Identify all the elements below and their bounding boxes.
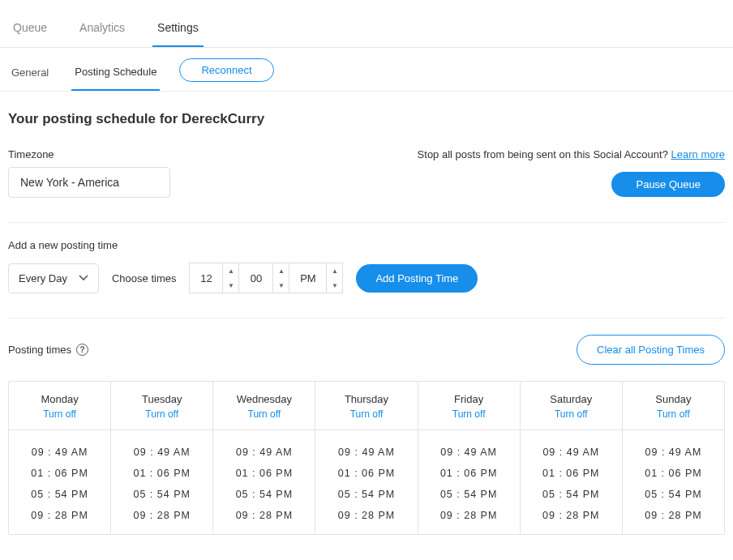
time-slot[interactable]: 05 : 54 PM — [422, 484, 517, 505]
choose-times-label: Choose times — [112, 272, 176, 284]
chevron-up-icon[interactable]: ▲ — [327, 263, 342, 278]
time-slot[interactable]: 01 : 06 PM — [114, 463, 209, 484]
time-slot[interactable]: 05 : 54 PM — [12, 484, 107, 505]
learn-more-link[interactable]: Learn more — [671, 148, 725, 160]
time-slot[interactable]: 01 : 06 PM — [319, 463, 414, 484]
chevron-up-icon[interactable]: ▲ — [273, 263, 289, 278]
time-slot[interactable]: 01 : 06 PM — [524, 463, 619, 484]
subtab-posting-schedule[interactable]: Posting Schedule — [71, 58, 160, 91]
time-slot[interactable]: 09 : 49 AM — [524, 442, 619, 463]
time-slot[interactable]: 09 : 49 AM — [626, 442, 721, 463]
time-slot[interactable]: 05 : 54 PM — [114, 484, 209, 505]
time-slot[interactable]: 09 : 28 PM — [216, 505, 311, 526]
posting-times-table: Monday Turn off 09 : 49 AM 01 : 06 PM 05… — [8, 381, 725, 535]
day-name: Tuesday — [114, 393, 209, 405]
time-slot[interactable]: 09 : 49 AM — [216, 442, 311, 463]
day-column: Thursday Turn off 09 : 49 AM 01 : 06 PM … — [315, 382, 418, 534]
stop-posts-message: Stop all posts from being sent on this S… — [418, 148, 725, 160]
time-slot[interactable]: 09 : 28 PM — [12, 505, 107, 526]
main-tabs: Queue Analytics Settings — [0, 8, 733, 48]
day-column: Sunday Turn off 09 : 49 AM 01 : 06 PM 05… — [623, 382, 724, 534]
tab-queue[interactable]: Queue — [8, 15, 52, 47]
time-slot[interactable]: 05 : 54 PM — [524, 484, 619, 505]
turn-off-link[interactable]: Turn off — [422, 408, 517, 420]
day-name: Saturday — [524, 393, 619, 405]
turn-off-link[interactable]: Turn off — [114, 408, 209, 420]
time-slot[interactable]: 01 : 06 PM — [422, 463, 517, 484]
chevron-down-icon — [79, 272, 88, 284]
day-selector[interactable]: Every Day — [8, 263, 99, 293]
minute-stepper[interactable]: ▲ ▼ — [273, 263, 289, 293]
time-slot[interactable]: 01 : 06 PM — [12, 463, 107, 484]
day-column: Wednesday Turn off 09 : 49 AM 01 : 06 PM… — [213, 382, 315, 534]
chevron-up-icon[interactable]: ▲ — [223, 263, 238, 278]
turn-off-link[interactable]: Turn off — [319, 408, 414, 420]
minute-input[interactable]: 00 — [239, 263, 273, 293]
time-slot[interactable]: 09 : 49 AM — [422, 442, 517, 463]
posting-times-label: Posting times — [8, 344, 71, 356]
day-column: Tuesday Turn off 09 : 49 AM 01 : 06 PM 0… — [111, 382, 213, 534]
chevron-down-icon[interactable]: ▼ — [327, 278, 342, 293]
day-column: Friday Turn off 09 : 49 AM 01 : 06 PM 05… — [418, 382, 521, 534]
time-slot[interactable]: 09 : 28 PM — [422, 505, 517, 526]
clear-all-posting-times-button[interactable]: Clear all Posting Times — [577, 335, 725, 365]
timezone-label: Timezone — [8, 148, 170, 160]
add-posting-time-label: Add a new posting time — [8, 239, 725, 251]
time-slot[interactable]: 05 : 54 PM — [319, 484, 414, 505]
hour-input[interactable]: 12 — [189, 263, 223, 293]
time-input-group: 12 ▲ ▼ 00 ▲ ▼ PM ▲ ▼ — [189, 263, 343, 293]
subtab-general[interactable]: General — [8, 58, 52, 90]
reconnect-button[interactable]: Reconnect — [179, 58, 273, 82]
time-slot[interactable]: 01 : 06 PM — [216, 463, 311, 484]
help-icon[interactable]: ? — [76, 344, 88, 356]
day-name: Sunday — [626, 393, 721, 405]
day-name: Wednesday — [216, 393, 311, 405]
ampm-stepper[interactable]: ▲ ▼ — [327, 263, 343, 293]
chevron-down-icon[interactable]: ▼ — [273, 278, 289, 293]
time-slot[interactable]: 09 : 28 PM — [319, 505, 414, 526]
ampm-input[interactable]: PM — [289, 263, 327, 293]
chevron-down-icon[interactable]: ▼ — [223, 278, 238, 293]
time-slot[interactable]: 05 : 54 PM — [626, 484, 721, 505]
time-slot[interactable]: 09 : 49 AM — [12, 442, 107, 463]
turn-off-link[interactable]: Turn off — [12, 408, 107, 420]
timezone-select[interactable]: New York - America — [8, 167, 170, 198]
add-posting-time-button[interactable]: Add Posting Time — [356, 264, 478, 293]
turn-off-link[interactable]: Turn off — [626, 408, 721, 420]
time-slot[interactable]: 01 : 06 PM — [626, 463, 721, 484]
time-slot[interactable]: 09 : 28 PM — [114, 505, 209, 526]
day-name: Friday — [422, 393, 517, 405]
sub-tabs: General Posting Schedule Reconnect — [0, 48, 733, 92]
day-name: Monday — [12, 393, 107, 405]
time-slot[interactable]: 09 : 49 AM — [114, 442, 209, 463]
pause-queue-button[interactable]: Pause Queue — [611, 172, 725, 197]
time-slot[interactable]: 09 : 49 AM — [319, 442, 414, 463]
turn-off-link[interactable]: Turn off — [216, 408, 311, 420]
page-title: Your posting schedule for DereckCurry — [8, 111, 725, 127]
time-slot[interactable]: 09 : 28 PM — [524, 505, 619, 526]
day-column: Saturday Turn off 09 : 49 AM 01 : 06 PM … — [521, 382, 623, 534]
tab-analytics[interactable]: Analytics — [75, 15, 130, 47]
time-slot[interactable]: 09 : 28 PM — [626, 505, 721, 526]
day-column: Monday Turn off 09 : 49 AM 01 : 06 PM 05… — [9, 382, 111, 534]
turn-off-link[interactable]: Turn off — [524, 408, 619, 420]
hour-stepper[interactable]: ▲ ▼ — [223, 263, 239, 293]
time-slot[interactable]: 05 : 54 PM — [216, 484, 311, 505]
tab-settings[interactable]: Settings — [152, 15, 204, 47]
day-name: Thursday — [319, 393, 414, 405]
